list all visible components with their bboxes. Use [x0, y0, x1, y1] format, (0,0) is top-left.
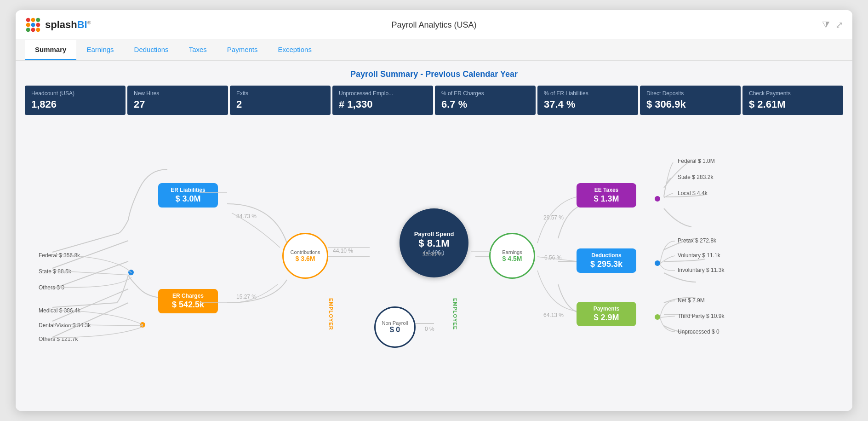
ee-taxes-box[interactable]: EE Taxes $ 1.3M [577, 183, 636, 208]
label-state-er: State $ 88.5k [39, 268, 71, 275]
ee-taxes-value: $ 1.3M [584, 194, 629, 204]
logo: splashBI® [25, 17, 91, 33]
payments-label: Payments [584, 306, 629, 312]
dot-ee-taxes [655, 196, 660, 202]
center-payroll-node[interactable]: Payroll Spend $ 8.1M ( # 496 ) [400, 208, 468, 277]
stat-unprocessed-value: # 1,330 [339, 98, 427, 110]
tab-exceptions[interactable]: Exceptions [268, 40, 322, 60]
er-charges-box[interactable]: ER Charges $ 542.5k [158, 289, 218, 313]
dot-payments [655, 314, 660, 320]
dot-er-liabilities [128, 270, 134, 275]
stat-unprocessed: Unprocessed Emplo... # 1,330 [332, 86, 433, 115]
logo-text: splashBI® [45, 19, 91, 31]
label-pretax: Pretax $ 272.8k [678, 237, 716, 244]
app-title: Payroll Analytics (USA) [391, 20, 476, 30]
stat-exits-label: Exits [236, 90, 324, 97]
tab-taxes[interactable]: Taxes [179, 40, 217, 60]
label-medical: Medical $ 386.4k [39, 307, 80, 314]
deductions-value: $ 295.3k [584, 260, 629, 269]
contributions-value: $ 3.6M [296, 255, 315, 262]
label-voluntary: Voluntary $ 11.1k [678, 252, 720, 259]
titlebar-icons: ⧩ ⤢ [822, 19, 843, 30]
label-local-taxes: Local $ 4.4k [678, 190, 708, 196]
stat-er-charges-pct: % of ER Charges 6.7 % [435, 86, 536, 115]
label-involuntary: Involuntary $ 11.3k [678, 267, 724, 273]
contributions-label: Contributions [291, 249, 320, 255]
svg-point-2 [36, 18, 40, 22]
tab-deductions[interactable]: Deductions [124, 40, 179, 60]
tab-payments[interactable]: Payments [217, 40, 268, 60]
stat-er-charges-pct-value: 6.7 % [441, 98, 529, 110]
earnings-label: Earnings [502, 249, 522, 255]
stat-check-payments-label: Check Payments [749, 90, 837, 97]
deductions-box[interactable]: Deductions $ 295.3k [577, 248, 636, 273]
contributions-circle[interactable]: Contributions $ 3.6M [282, 233, 328, 279]
label-dental: Dental/Vision $ 34.3k [39, 322, 91, 329]
dot-er-charges [140, 322, 145, 328]
stat-er-charges-pct-label: % of ER Charges [441, 90, 529, 97]
earnings-value: $ 4.5M [503, 255, 522, 262]
svg-point-3 [26, 23, 30, 27]
pct-earnings: 55.90 % [423, 251, 443, 258]
label-unprocessed: Unprocessed $ 0 [678, 329, 720, 335]
non-payroll-circle[interactable]: Non Payroll $ 0 [374, 306, 416, 348]
label-third-party: Third Party $ 10.9k [678, 313, 724, 319]
label-state-taxes: State $ 283.2k [678, 174, 713, 180]
er-liabilities-box[interactable]: ER Liabilities $ 3.0M [158, 183, 218, 208]
svg-point-7 [31, 28, 35, 32]
employee-label: EMPLOYEE [452, 298, 458, 332]
payments-value: $ 2.9M [584, 313, 629, 323]
svg-point-4 [31, 23, 35, 27]
stat-new-hires-label: New Hires [134, 90, 222, 97]
er-liabilities-label: ER Liabilities [166, 187, 211, 193]
stat-check-payments: Check Payments $ 2.61M [742, 86, 843, 115]
stat-new-hires-value: 27 [134, 98, 222, 110]
stats-row: Headcount (USA) 1,826 New Hires 27 Exits… [25, 86, 843, 115]
pct-contributions: 44.10 % [333, 248, 353, 254]
tab-earnings[interactable]: Earnings [76, 40, 124, 60]
stat-unprocessed-label: Unprocessed Emplo... [339, 90, 427, 97]
pct-ee-taxes: 29.57 % [543, 214, 564, 221]
stat-direct-deposits-label: Direct Deposits [646, 90, 734, 97]
filter-icon[interactable]: ⧩ [822, 20, 830, 30]
stat-direct-deposits-value: $ 306.9k [646, 98, 734, 110]
app-window: splashBI® Payroll Analytics (USA) ⧩ ⤢ Su… [16, 10, 852, 411]
tab-bar: Summary Earnings Deductions Taxes Paymen… [16, 40, 852, 61]
label-federal-er: Federal $ 356.8k [39, 252, 80, 259]
earnings-circle[interactable]: Earnings $ 4.5M [489, 233, 535, 279]
stat-exits-value: 2 [236, 98, 324, 110]
stat-check-payments-value: $ 2.61M [749, 98, 837, 110]
payroll-diagram: .conn { fill: none; stroke: #ccc; stroke… [25, 123, 843, 363]
dot-deductions [655, 260, 660, 266]
label-others-charges: Others $ 121.7k [39, 336, 78, 342]
pct-non-payroll: 0 % [425, 326, 434, 332]
non-payroll-label: Non Payroll [382, 320, 408, 326]
stat-headcount: Headcount (USA) 1,826 [25, 86, 126, 115]
titlebar: splashBI® Payroll Analytics (USA) ⧩ ⤢ [16, 10, 852, 40]
label-federal-taxes: Federal $ 1.0M [678, 158, 715, 164]
stat-new-hires: New Hires 27 [127, 86, 228, 115]
tab-summary[interactable]: Summary [25, 40, 76, 60]
svg-point-5 [36, 23, 40, 27]
pct-deductions: 6.56 % [544, 254, 561, 261]
center-value: $ 8.1M [418, 237, 449, 249]
svg-point-1 [31, 18, 35, 22]
label-net: Net $ 2.9M [678, 297, 705, 304]
employer-label: EMPLOYER [328, 298, 334, 353]
er-charges-value: $ 542.5k [166, 300, 211, 310]
expand-icon[interactable]: ⤢ [835, 19, 843, 30]
svg-point-6 [26, 28, 30, 32]
svg-point-0 [26, 18, 30, 22]
label-others-er: Others $ 0 [39, 284, 64, 291]
stat-er-liab-pct-label: % of ER Liabilities [544, 90, 632, 97]
stat-headcount-label: Headcount (USA) [31, 90, 119, 97]
pct-payments: 64.13 % [543, 312, 564, 318]
section-title: Payroll Summary - Previous Calendar Year [25, 69, 843, 79]
logo-icon [25, 17, 41, 33]
svg-point-8 [36, 28, 40, 32]
pct-er-liabilities: 84.73 % [236, 213, 257, 219]
er-liabilities-value: $ 3.0M [166, 194, 211, 204]
payments-box[interactable]: Payments $ 2.9M [577, 302, 636, 326]
stat-direct-deposits: Direct Deposits $ 306.9k [640, 86, 741, 115]
ee-taxes-label: EE Taxes [584, 187, 629, 193]
